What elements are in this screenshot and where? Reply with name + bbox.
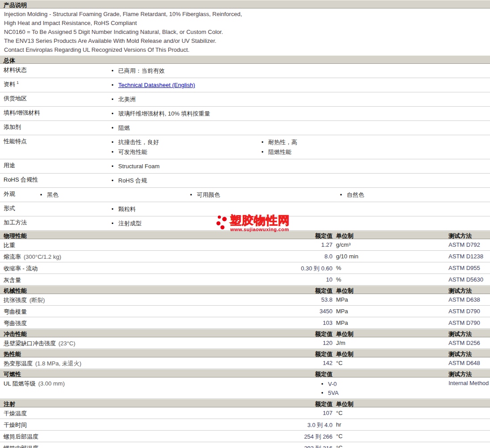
section-title: 机械性能 — [0, 287, 279, 294]
section-header-thermal: 热性能额定值单位制测试方法 — [0, 349, 490, 357]
bullet-icon: • — [112, 148, 115, 157]
property-name: 螺筒后部温度 — [4, 433, 38, 440]
row-values: •抗撞击性，良好•可发泡性能•耐热性，高•阻燃性能 — [112, 135, 490, 159]
property-name: 比重 — [4, 242, 15, 249]
bullet-item: •北美洲 — [112, 95, 262, 104]
method-column-header: 测试方法 — [444, 370, 490, 377]
property-name: 抗张强度 — [4, 297, 27, 303]
row-values: •Structural Foam — [112, 159, 490, 173]
test-condition: (1.8 MPa, 未退火) — [35, 360, 81, 367]
method-column-header: 测试方法 — [444, 350, 490, 357]
general-row: 资料1•Technical Datasheet (English) — [0, 78, 490, 92]
row-label: 收缩率 - 流动 — [0, 265, 279, 273]
bullet-item-label: 耐热性，高 — [268, 139, 297, 145]
datasheet-link[interactable]: Technical Datasheet (English) — [118, 82, 195, 88]
general-row: 添加剂•阻燃 — [0, 121, 490, 135]
unit-value: g/10 min — [332, 253, 444, 261]
unit-column-header: 单位制 — [332, 232, 444, 239]
general-row: 填料/增强材料•玻璃纤维增强材料, 10% 填料按重量 — [0, 107, 490, 121]
test-method: ASTM D1238 — [444, 253, 490, 261]
product-note-line: High Heat and Impact Resistance, RoHS Co… — [0, 19, 490, 28]
bullet-item-label: 阻燃性能 — [268, 149, 291, 155]
test-method: ASTM D955 — [444, 265, 490, 273]
property-name: 弯曲模量 — [4, 308, 27, 315]
row-label: 加工方法 — [0, 216, 112, 230]
section-header-general: 总体 — [0, 55, 490, 64]
bullet-icon: • — [40, 191, 43, 200]
general-row: RoHS 合规性•RoHS 合规 — [0, 174, 490, 188]
rating-value: 107 — [279, 410, 332, 418]
product-notes-block: Injection Molding - Structural Foaming G… — [0, 8, 490, 55]
unit-value: J/m — [332, 340, 444, 348]
row-label: 熔流率(300°C/1.2 kg) — [0, 253, 279, 261]
bullet-item-label: Structural Foam — [118, 163, 159, 170]
bullet-item: •阻燃性能 — [262, 147, 411, 157]
section-header-mechanical: 机械性能额定值单位制测试方法 — [0, 286, 490, 294]
row-values: •注射成型 — [112, 216, 490, 230]
property-row: 灰含量10%ASTM D5630 — [0, 274, 490, 286]
property-name: 干燥时间 — [4, 422, 27, 428]
unit-value: °C — [332, 360, 444, 368]
row-label: 抗张强度(断裂) — [0, 296, 279, 304]
rating-value: 293 到 316 — [279, 444, 332, 448]
test-condition: (断裂) — [29, 297, 45, 303]
rating-value: 0.30 到 0.60 — [279, 265, 332, 273]
bullet-item-label: 北美洲 — [118, 96, 136, 103]
bullet-item-label: 黑色 — [47, 191, 58, 198]
bullet-icon: • — [112, 66, 115, 76]
row-label: 灰含量 — [0, 276, 279, 284]
general-row: 形式•颗粒料 — [0, 202, 490, 216]
property-name: 干燥温度 — [4, 410, 27, 417]
row-label: 形式 — [0, 202, 112, 216]
general-row: 材料状态•已商用：当前有效 — [0, 64, 490, 78]
general-table: 材料状态•已商用：当前有效资料1•Technical Datasheet (En… — [0, 64, 490, 231]
bullet-item: •注射成型 — [112, 219, 262, 228]
test-condition: (23°C) — [58, 340, 75, 347]
row-label: 材料状态 — [0, 64, 112, 78]
bullet-icon: • — [112, 109, 115, 119]
rating-column-header: 额定值 — [279, 287, 332, 294]
unit-value: MPa — [332, 296, 444, 304]
bullet-icon: • — [190, 191, 193, 200]
test-method — [444, 444, 490, 448]
value-column: •颗粒料 — [112, 204, 262, 214]
method-column-header: 测试方法 — [444, 330, 490, 337]
value-column: •RoHS 合规 — [112, 176, 262, 186]
section-title: 冲击性能 — [0, 330, 279, 337]
section-title: 热性能 — [0, 350, 279, 357]
bullet-icon: • — [112, 95, 115, 104]
test-method — [444, 433, 490, 441]
product-note-line: Injection Molding - Structural Foaming G… — [0, 10, 490, 19]
row-values: •已商用：当前有效 — [112, 64, 490, 78]
bullet-icon: • — [112, 219, 115, 228]
property-name: 熔流率 — [4, 253, 21, 260]
unit-column-header — [332, 370, 444, 377]
test-method: ASTM D5630 — [444, 276, 490, 284]
bullet-item: •自然色 — [340, 190, 490, 200]
row-values: •颗粒料 — [112, 202, 490, 216]
row-label: 螺筒后部温度 — [0, 433, 279, 441]
test-method: ASTM D638 — [444, 296, 490, 304]
bullet-item-label: 已商用：当前有效 — [118, 67, 165, 74]
property-name: 弯曲强度 — [4, 320, 27, 327]
bullet-item-label: 阻燃 — [118, 124, 130, 131]
row-label: 干燥温度 — [0, 410, 279, 418]
row-label: 外观 — [0, 188, 40, 202]
rating-column-header: 额定值 — [279, 330, 332, 337]
general-row: 加工方法•注射成型 — [0, 216, 490, 231]
property-name: 灰含量 — [4, 277, 21, 283]
rating-value: 142 — [279, 360, 332, 368]
property-row: 弯曲强度103MPaASTM D790 — [0, 317, 490, 329]
rating-value: 1.27 — [279, 241, 332, 249]
property-name: UL 阻燃等级 — [4, 380, 36, 387]
unit-value: % — [332, 276, 444, 284]
unit-column-header: 单位制 — [332, 330, 444, 337]
value-column: •黑色 — [40, 190, 190, 200]
product-note-line: Contact Enviroplas Regarding UL Recogniz… — [0, 46, 490, 54]
value-column: •已商用：当前有效 — [112, 66, 262, 76]
rating-value: 8.0 — [279, 253, 332, 261]
bullet-icon: • — [262, 148, 265, 157]
row-label: 添加剂 — [0, 121, 112, 135]
bullet-item: •抗撞击性，良好 — [112, 137, 262, 147]
rating-column-header: 额定值 — [279, 400, 332, 407]
